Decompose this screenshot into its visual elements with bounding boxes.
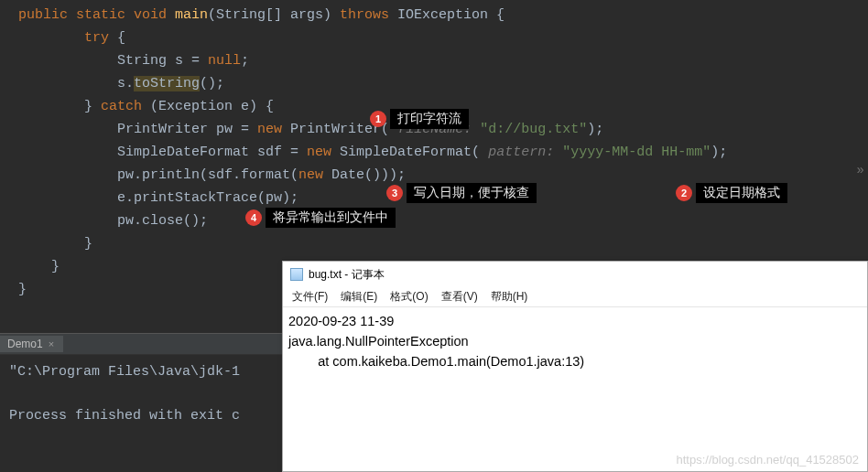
notepad-file-icon bbox=[290, 268, 303, 281]
code-line: SimpleDateFormat sdf = new SimpleDateFor… bbox=[0, 141, 868, 164]
badge-icon: 2 bbox=[676, 185, 692, 201]
code-line: } bbox=[0, 232, 868, 255]
menu-help[interactable]: 帮助(H) bbox=[491, 289, 528, 305]
menu-file[interactable]: 文件(F) bbox=[292, 289, 328, 305]
code-line: try { bbox=[0, 27, 868, 49]
menu-view[interactable]: 查看(V) bbox=[441, 289, 478, 305]
notepad-menu: 文件(F) 编辑(E) 格式(O) 查看(V) 帮助(H) bbox=[283, 287, 867, 307]
notepad-title: bug.txt - 记事本 bbox=[309, 267, 385, 283]
tab-demo1[interactable]: Demo1× bbox=[0, 336, 63, 352]
notepad-titlebar[interactable]: bug.txt - 记事本 bbox=[283, 262, 867, 287]
annotation-3: 3写入日期，便于核查 bbox=[386, 183, 537, 203]
code-line: public static void main(String[] args) t… bbox=[0, 4, 868, 27]
badge-icon: 1 bbox=[370, 111, 386, 127]
menu-edit[interactable]: 编辑(E) bbox=[341, 289, 377, 305]
notepad-body[interactable]: 2020-09-23 11-39 java.lang.NullPointerEx… bbox=[283, 307, 867, 375]
annotation-1: 1打印字符流 bbox=[370, 109, 469, 129]
menu-format[interactable]: 格式(O) bbox=[390, 289, 428, 305]
close-icon[interactable]: × bbox=[49, 338, 54, 349]
code-line: String s = null; bbox=[0, 49, 868, 72]
watermark: https://blog.csdn.net/qq_41528502 bbox=[677, 453, 860, 467]
code-line: s.toString(); bbox=[0, 72, 868, 95]
badge-icon: 4 bbox=[245, 209, 262, 226]
code-editor[interactable]: public static void main(String[] args) t… bbox=[0, 0, 868, 301]
chevron-icon: » bbox=[857, 163, 864, 177]
annotation-4: 4将异常输出到文件中 bbox=[245, 208, 396, 228]
badge-icon: 3 bbox=[386, 185, 403, 201]
annotation-2: 2设定日期格式 bbox=[676, 183, 787, 203]
notepad-window[interactable]: bug.txt - 记事本 文件(F) 编辑(E) 格式(O) 查看(V) 帮助… bbox=[282, 261, 868, 472]
code-line: pw.close(); bbox=[0, 209, 868, 232]
